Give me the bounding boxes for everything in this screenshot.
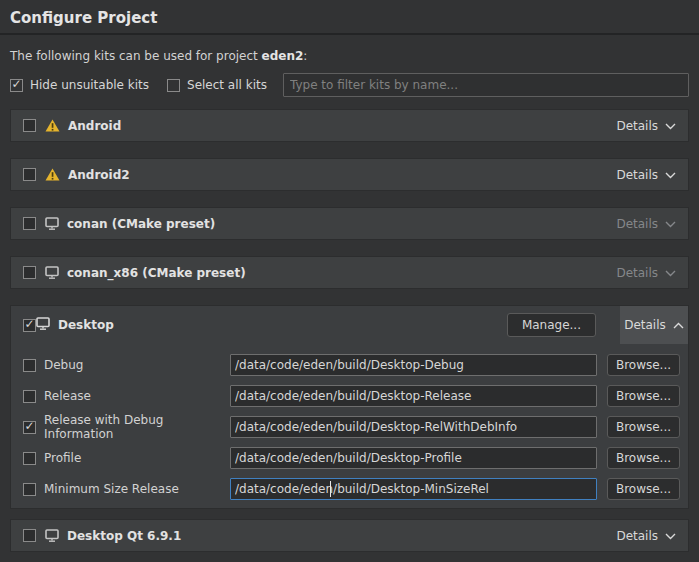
filter-controls: Hide unsuitable kits Select all kits	[10, 73, 689, 97]
config-label: Minimum Size Release	[44, 482, 230, 496]
build-dir-input-minsizerel[interactable]	[230, 478, 597, 500]
kit-row-android[interactable]: Android Details	[10, 109, 689, 142]
build-dir-input-debug[interactable]	[230, 354, 597, 376]
kit-checkbox[interactable]	[23, 529, 36, 542]
details-toggle[interactable]: Details	[616, 119, 676, 133]
monitor-icon	[36, 317, 50, 333]
monitor-icon	[45, 529, 59, 542]
build-dir-input-profile[interactable]	[230, 447, 597, 469]
details-label: Details	[616, 168, 658, 182]
kit-checkbox[interactable]	[23, 217, 36, 230]
kit-list: Android Details Android2 Details conan (…	[0, 109, 699, 552]
kit-name: conan_x86 (CMake preset)	[67, 266, 246, 280]
config-label: Profile	[44, 451, 230, 465]
details-label: Details	[624, 318, 666, 332]
details-toggle[interactable]: Details	[616, 168, 676, 182]
kit-checkbox[interactable]	[23, 266, 36, 279]
details-toggle[interactable]: Details	[616, 529, 676, 543]
chevron-down-icon	[665, 123, 676, 130]
page-title: Configure Project	[10, 9, 689, 28]
kit-name: conan (CMake preset)	[67, 217, 215, 231]
monitor-icon	[45, 266, 59, 279]
details-label: Details	[616, 119, 658, 133]
browse-button[interactable]: Browse...	[607, 416, 680, 438]
kit-name: Android	[68, 119, 121, 133]
details-label: Details	[616, 529, 658, 543]
project-name: eden2	[262, 49, 304, 63]
browse-button[interactable]: Browse...	[607, 478, 680, 500]
kit-name: Desktop	[58, 318, 114, 332]
kit-row-conan[interactable]: conan (CMake preset) Details	[10, 207, 689, 240]
details-label: Details	[616, 217, 658, 231]
config-label: Release	[44, 389, 230, 403]
chevron-down-icon	[665, 221, 676, 228]
details-label: Details	[616, 266, 658, 280]
kit-filter-input[interactable]	[283, 73, 689, 97]
config-checkbox[interactable]	[23, 452, 36, 465]
intro-before: The following kits can be used for proje…	[10, 49, 262, 63]
hide-unsuitable-label[interactable]: Hide unsuitable kits	[30, 78, 149, 92]
chevron-down-icon	[665, 172, 676, 179]
config-label: Debug	[44, 358, 230, 372]
build-dir-input-release[interactable]	[230, 385, 597, 407]
kit-row-conan-x86[interactable]: conan_x86 (CMake preset) Details	[10, 256, 689, 289]
monitor-icon	[45, 217, 59, 230]
config-row-minsizerel: Minimum Size Release Browse...	[23, 478, 680, 500]
details-toggle: Details	[616, 217, 676, 231]
kit-checkbox[interactable]	[23, 319, 36, 332]
config-checkbox[interactable]	[23, 359, 36, 372]
warning-icon	[45, 119, 60, 132]
config-label: Release with Debug Information	[44, 413, 230, 441]
config-checkbox[interactable]	[23, 483, 36, 496]
config-row-debug: Debug Browse...	[23, 354, 680, 376]
kit-row-desktop-qt[interactable]: Desktop Qt 6.9.1 Details	[10, 519, 689, 552]
config-row-release: Release Browse...	[23, 385, 680, 407]
config-checkbox[interactable]	[23, 390, 36, 403]
config-row-relwithdebinfo: Release with Debug Information Browse...	[23, 416, 680, 438]
title-separator	[0, 33, 699, 35]
details-toggle-expanded[interactable]: Details	[620, 306, 688, 344]
intro-after: :	[303, 49, 307, 63]
intro-text: The following kits can be used for proje…	[10, 49, 689, 63]
chevron-down-icon	[665, 270, 676, 277]
details-toggle: Details	[616, 266, 676, 280]
config-checkbox[interactable]	[23, 421, 36, 434]
build-config-list: Debug Browse... Release Browse... Releas…	[11, 344, 688, 500]
kit-name: Android2	[68, 168, 130, 182]
kit-row-desktop[interactable]: Desktop Manage...	[11, 306, 688, 344]
browse-button[interactable]: Browse...	[607, 354, 680, 376]
select-all-checkbox[interactable]	[167, 79, 180, 92]
chevron-down-icon	[665, 533, 676, 540]
kit-checkbox[interactable]	[23, 119, 36, 132]
config-row-profile: Profile Browse...	[23, 447, 680, 469]
chevron-up-icon	[673, 318, 684, 332]
select-all-label[interactable]: Select all kits	[187, 78, 267, 92]
browse-button[interactable]: Browse...	[607, 385, 680, 407]
kit-row-android2[interactable]: Android2 Details	[10, 158, 689, 191]
build-dir-input-relwithdebinfo[interactable]	[230, 416, 597, 438]
kit-section-desktop: Desktop Manage... Details Debug Browse..…	[10, 305, 689, 509]
browse-button[interactable]: Browse...	[607, 447, 680, 469]
hide-unsuitable-checkbox[interactable]	[10, 79, 23, 92]
kit-name: Desktop Qt 6.9.1	[67, 529, 181, 543]
manage-kits-button[interactable]: Manage...	[507, 313, 596, 337]
warning-icon	[45, 168, 60, 181]
kit-checkbox[interactable]	[23, 168, 36, 181]
